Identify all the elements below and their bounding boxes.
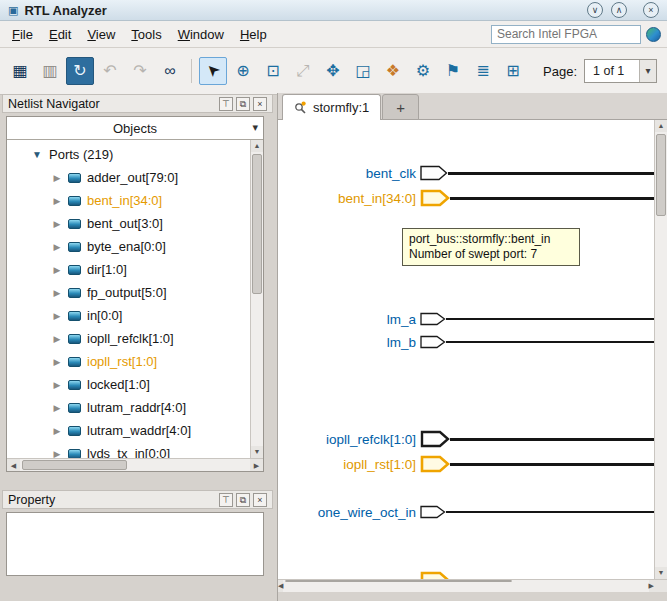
caret-right-icon[interactable]: ▶ bbox=[51, 449, 63, 459]
scroll-down-icon[interactable]: ▼ bbox=[251, 446, 263, 458]
scroll-right-icon[interactable]: ▶ bbox=[250, 459, 263, 471]
caret-right-icon[interactable]: ▶ bbox=[51, 173, 63, 183]
schematic-port[interactable]: lm_b bbox=[278, 332, 654, 352]
caret-right-icon[interactable]: ▶ bbox=[51, 219, 63, 229]
schematic-port[interactable]: iopll_refclk[1:0] bbox=[278, 429, 654, 449]
tab-stormfly[interactable]: stormfly:1 bbox=[282, 94, 381, 120]
tree-item[interactable]: ▶ in[0:0] bbox=[7, 304, 250, 327]
tree-item[interactable]: ▶ dir[1:0] bbox=[7, 258, 250, 281]
menu-file[interactable]: File bbox=[4, 24, 41, 45]
tree-item[interactable]: ▶ iopll_rst[1:0] bbox=[7, 350, 250, 373]
select-tool-icon[interactable]: ➤ bbox=[199, 57, 227, 85]
caret-down-icon[interactable]: ▼ bbox=[31, 149, 43, 160]
close-panel-icon[interactable]: × bbox=[253, 493, 267, 507]
canvas-vertical-scrollbar[interactable]: ▲ ▼ bbox=[654, 120, 667, 579]
menu-edit[interactable]: Edit bbox=[41, 24, 79, 45]
input-port-icon[interactable] bbox=[420, 189, 450, 207]
schematic-port[interactable]: lm_a bbox=[278, 309, 654, 329]
titlebar[interactable]: ▣ RTL Analyzer ∨ ∧ × bbox=[0, 0, 667, 21]
tree-item[interactable]: ▶ lutram_raddr[4:0] bbox=[7, 396, 250, 419]
caret-right-icon[interactable]: ▶ bbox=[51, 357, 63, 367]
tree-item-ports[interactable]: ▼ Ports (219) bbox=[7, 143, 250, 166]
schematic-port[interactable]: iopll_rst[1:0] bbox=[278, 454, 654, 474]
undo-icon[interactable]: ↶ bbox=[96, 57, 124, 85]
input-port-icon[interactable] bbox=[420, 455, 450, 473]
page-select[interactable]: 1 of 1 ▾ bbox=[584, 59, 657, 83]
menu-tools[interactable]: Tools bbox=[123, 24, 169, 45]
scroll-down-icon[interactable]: ▼ bbox=[655, 567, 667, 579]
scrollbar-thumb[interactable] bbox=[22, 460, 127, 470]
scroll-up-icon[interactable]: ▲ bbox=[655, 120, 667, 132]
tree-horizontal-scrollbar[interactable]: ◀ ▶ bbox=[7, 458, 263, 471]
flag-icon[interactable]: ⚑ bbox=[439, 57, 467, 85]
tree-item[interactable]: ▶ lutram_waddr[4:0] bbox=[7, 419, 250, 442]
find-icon[interactable]: ∞ bbox=[156, 57, 184, 85]
tree-item[interactable]: ▶ iopll_refclk[1:0] bbox=[7, 327, 250, 350]
float-icon[interactable]: ⧉ bbox=[236, 493, 250, 507]
tree-item[interactable]: ▶ byte_ena[0:0] bbox=[7, 235, 250, 258]
globe-icon[interactable] bbox=[646, 27, 661, 42]
pan-tool-icon[interactable]: ✥ bbox=[319, 57, 347, 85]
scrollbar-thumb[interactable] bbox=[285, 580, 511, 582]
float-icon[interactable]: ⧉ bbox=[236, 97, 250, 111]
canvas-horizontal-scrollbar[interactable]: ◀ ▶ bbox=[278, 579, 654, 592]
schematic-port[interactable]: bent_clk bbox=[278, 163, 654, 183]
tree-item[interactable]: ▶ bent_out[3:0] bbox=[7, 212, 250, 235]
scroll-up-icon[interactable]: ▲ bbox=[251, 140, 263, 152]
tree-item[interactable]: ▶ bent_in[34:0] bbox=[7, 189, 250, 212]
wire[interactable] bbox=[450, 438, 654, 441]
rubber-band-icon[interactable]: ◲ bbox=[349, 57, 377, 85]
input-port-icon[interactable] bbox=[420, 312, 446, 326]
caret-right-icon[interactable]: ▶ bbox=[51, 403, 63, 413]
wire[interactable] bbox=[450, 197, 654, 200]
caret-right-icon[interactable]: ▶ bbox=[51, 380, 63, 390]
zoom-in-icon[interactable]: ⊕ bbox=[229, 57, 257, 85]
objects-dropdown-icon[interactable]: ▾ bbox=[252, 121, 258, 134]
maximize-button[interactable]: ∧ bbox=[611, 2, 627, 18]
wire[interactable] bbox=[450, 463, 654, 466]
redo-icon[interactable]: ↷ bbox=[126, 57, 154, 85]
schematic-port[interactable]: one_wire_oct_in bbox=[278, 502, 654, 522]
property-header[interactable]: Property ⊤ ⧉ × bbox=[2, 490, 273, 509]
fit-view-icon[interactable]: ⊡ bbox=[259, 57, 287, 85]
schematic-port[interactable]: bent_in[34:0] bbox=[278, 188, 654, 208]
wire[interactable] bbox=[448, 172, 654, 175]
schematic-canvas[interactable]: bent_clk bent_in[34:0] port_bus::stormfl… bbox=[278, 120, 667, 579]
scrollbar-thumb[interactable] bbox=[252, 154, 262, 294]
wire[interactable] bbox=[446, 511, 654, 513]
scroll-left-icon[interactable]: ◀ bbox=[7, 459, 20, 471]
new-tab-button[interactable]: + bbox=[382, 94, 419, 120]
close-panel-icon[interactable]: × bbox=[253, 97, 267, 111]
wire[interactable] bbox=[446, 318, 654, 320]
menu-view[interactable]: View bbox=[79, 24, 123, 45]
caret-right-icon[interactable]: ▶ bbox=[51, 334, 63, 344]
search-input[interactable] bbox=[491, 25, 641, 44]
close-button[interactable]: × bbox=[643, 2, 659, 18]
open-netlist-icon[interactable]: ▦ bbox=[6, 57, 34, 85]
tree-vertical-scrollbar[interactable]: ▲ ▼ bbox=[250, 140, 263, 458]
menu-window[interactable]: Window bbox=[170, 24, 232, 45]
expand-icon[interactable]: ⤢ bbox=[289, 57, 317, 85]
input-port-icon[interactable] bbox=[420, 430, 450, 448]
tree-item[interactable]: ▶ fp_output[5:0] bbox=[7, 281, 250, 304]
tree-item[interactable]: ▶ locked[1:0] bbox=[7, 373, 250, 396]
caret-right-icon[interactable]: ▶ bbox=[51, 426, 63, 436]
pin-icon[interactable]: ⊤ bbox=[219, 97, 233, 111]
objects-selector[interactable]: Objects ▾ bbox=[7, 117, 263, 140]
scrollbar-thumb[interactable] bbox=[656, 134, 666, 216]
caret-right-icon[interactable]: ▶ bbox=[51, 196, 63, 206]
minimize-button[interactable]: ∨ bbox=[587, 2, 603, 18]
wire[interactable] bbox=[446, 341, 654, 343]
schematic-port-clipped[interactable] bbox=[278, 570, 654, 579]
dropdown-icon[interactable]: ▾ bbox=[639, 60, 656, 82]
pin-icon[interactable]: ⊤ bbox=[219, 493, 233, 507]
input-port-icon[interactable] bbox=[420, 335, 446, 349]
menu-help[interactable]: Help bbox=[232, 24, 275, 45]
save-icon[interactable]: ▥ bbox=[36, 57, 64, 85]
netlist-navigator-header[interactable]: Netlist Navigator ⊤ ⧉ × bbox=[2, 94, 273, 113]
input-port-icon[interactable] bbox=[420, 165, 448, 181]
caret-right-icon[interactable]: ▶ bbox=[51, 288, 63, 298]
input-port-icon[interactable] bbox=[420, 571, 450, 579]
highlight-color-icon[interactable]: ❖ bbox=[379, 57, 407, 85]
tree-item[interactable]: ▶ adder_out[79:0] bbox=[7, 166, 250, 189]
